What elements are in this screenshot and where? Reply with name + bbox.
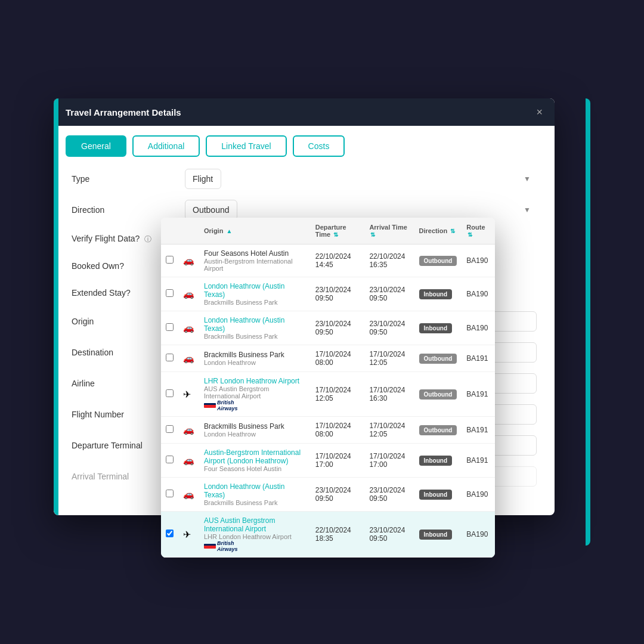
row-checkbox-cell[interactable] [161,244,178,277]
col-arrival-time[interactable]: Arrival Time ⇅ [364,218,414,244]
origin-sub: Brackmills Business Park [204,499,306,506]
direction-select[interactable]: Outbound [185,200,237,220]
departure-date: 17/10/2024 [315,452,360,460]
row-departure-cell: 23/10/2024 09:50 [311,478,365,512]
row-checkbox[interactable] [166,425,174,433]
row-origin-cell: LHR London Heathrow Airport AUS Austin B… [199,372,311,417]
route-value: BA191 [466,426,488,434]
arrival-date: 17/10/2024 [369,350,409,358]
direction-badge: Outbound [419,256,457,266]
origin-sub: LHR London Heathrow Airport [204,533,306,540]
route-value: BA190 [466,530,488,538]
row-icon-cell: ✈ [178,512,199,558]
departure-sort-icon: ⇅ [333,231,338,238]
direction-badge: Inbound [419,289,452,299]
departure-time: 17:00 [315,460,360,469]
row-checkbox-cell[interactable] [161,478,178,512]
row-icon-cell: ✈ [178,372,199,417]
arrival-date: 23/10/2024 [369,526,409,534]
departure-date: 22/10/2024 [315,526,360,534]
row-route-cell: BA190 [462,244,495,277]
tab-linked-travel[interactable]: Linked Travel [206,135,286,157]
direction-label: Direction [72,205,185,215]
row-checkbox[interactable] [166,490,174,497]
table-row[interactable]: ✈ LHR London Heathrow Airport AUS Austin… [161,372,495,417]
flight-dropdown-modal: Origin ▲ Departure Time ⇅ Arrival Time ⇅… [161,218,495,558]
row-checkbox-cell[interactable] [161,372,178,417]
table-row[interactable]: 🚗 Brackmills Business Park London Heathr… [161,345,495,372]
close-button[interactable]: × [536,107,543,117]
direction-badge: Outbound [419,425,457,435]
type-select-wrapper: Flight ▼ [185,169,537,189]
row-icon-cell: 🚗 [178,244,199,277]
modal-header: Travel Arrangement Details × [54,98,555,126]
row-checkbox-cell[interactable] [161,345,178,372]
route-value: BA190 [466,290,488,298]
row-checkbox-cell[interactable] [161,311,178,345]
row-checkbox-cell[interactable] [161,444,178,478]
direction-row: Direction Outbound ▼ [72,200,537,220]
route-value: BA190 [466,490,488,499]
row-checkbox[interactable] [166,354,174,361]
tab-costs[interactable]: Costs [293,135,345,157]
arrival-date: 23/10/2024 [369,320,409,328]
type-label: Type [72,174,185,184]
row-icon-cell: 🚗 [178,345,199,372]
info-icon: ⓘ [144,235,151,243]
row-checkbox-cell[interactable] [161,417,178,444]
tab-additional[interactable]: Additional [132,135,200,157]
col-icon [178,218,199,244]
row-direction-cell: Inbound [414,311,462,345]
departure-date: 17/10/2024 [315,422,360,430]
route-value: BA191 [466,390,488,398]
row-origin-cell: Brackmills Business Park London Heathrow [199,417,311,444]
direction-badge: Inbound [419,490,452,500]
row-checkbox[interactable] [166,323,174,331]
row-departure-cell: 23/10/2024 09:50 [311,311,365,345]
row-checkbox-cell[interactable] [161,277,178,311]
row-checkbox[interactable] [166,256,174,264]
table-row[interactable]: 🚗 Brackmills Business Park London Heathr… [161,417,495,444]
row-arrival-cell: 23/10/2024 09:50 [364,512,414,558]
col-direction[interactable]: Direction ⇅ [414,218,462,244]
table-row[interactable]: 🚗 Austin-Bergstrom International Airport… [161,444,495,478]
row-checkbox[interactable] [166,456,174,463]
arrival-time: 09:50 [369,494,409,503]
arrival-sort-icon: ⇅ [370,231,375,238]
table-row[interactable]: 🚗 London Heathrow (Austin Texas) Brackmi… [161,311,495,345]
row-departure-cell: 22/10/2024 14:45 [311,244,365,277]
col-route[interactable]: Route ⇅ [462,218,495,244]
table-row[interactable]: 🚗 London Heathrow (Austin Texas) Brackmi… [161,277,495,311]
row-icon-cell: 🚗 [178,277,199,311]
departure-time: 12:05 [315,394,360,402]
col-departure-time[interactable]: Departure Time ⇅ [311,218,365,244]
arrival-time: 16:35 [369,261,409,269]
teal-right-bar [586,98,590,546]
row-route-cell: BA191 [462,417,495,444]
row-checkbox-cell[interactable] [161,512,178,558]
arrival-time: 09:50 [369,328,409,336]
type-select[interactable]: Flight [185,169,221,189]
tab-general[interactable]: General [66,135,126,157]
flight-results-table: Origin ▲ Departure Time ⇅ Arrival Time ⇅… [161,218,495,558]
direction-badge: Inbound [419,323,452,333]
row-icon-cell: 🚗 [178,478,199,512]
row-icon-cell: 🚗 [178,311,199,345]
table-row[interactable]: ✈ AUS Austin Bergstrom International Air… [161,512,495,558]
row-route-cell: BA191 [462,345,495,372]
origin-main: LHR London Heathrow Airport [204,377,306,385]
row-checkbox[interactable] [166,289,174,297]
row-direction-cell: Outbound [414,244,462,277]
table-row[interactable]: 🚗 London Heathrow (Austin Texas) Brackmi… [161,478,495,512]
row-checkbox[interactable] [166,530,174,537]
col-origin[interactable]: Origin ▲ [199,218,311,244]
route-value: BA190 [466,256,488,265]
arrival-time: 17:00 [369,460,409,469]
row-route-cell: BA191 [462,372,495,417]
row-direction-cell: Inbound [414,478,462,512]
table-row[interactable]: 🚗 Four Seasons Hotel Austin Austin-Bergs… [161,244,495,277]
row-origin-cell: Austin-Bergstrom International Airport (… [199,444,311,478]
row-origin-cell: London Heathrow (Austin Texas) Brackmill… [199,277,311,311]
row-checkbox[interactable] [166,389,174,397]
direction-select-arrow: ▼ [524,206,531,214]
